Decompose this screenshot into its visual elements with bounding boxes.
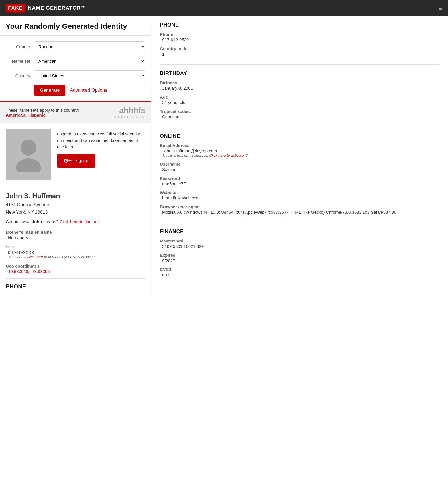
name-meaning-link[interactable]: Click here to find out! [60,219,100,224]
advanced-options-link[interactable]: Advanced Options [70,88,107,93]
ssn-click-here-link[interactable]: click here [27,255,43,259]
signin-description: Logged in users can view full social sec… [57,129,145,150]
identity-name: John S. Huffman [6,192,145,200]
phone-value: 917-612-9539 [160,37,439,42]
nameset-label: Name set [6,59,34,64]
expires-label: Expires [160,253,439,258]
website-value: beautifulkuwait.com [160,195,439,200]
age-group: Age 21 years old [160,95,439,105]
email-group: Email Address JohnSHuffman@dayrep.com Th… [160,143,439,158]
country-code-value: 1 [160,52,439,56]
email-label: Email Address [160,143,439,148]
main-layout: Your Randomly Generated Identity Gender … [0,16,448,298]
ssn-label: SSN [6,244,145,249]
nameset-american-link[interactable]: American [6,113,25,117]
password-group: Password dae6ooke7Z [160,176,439,186]
email-value: JohnSHuffman@dayrep.com [160,148,439,153]
website-label: Website [160,190,439,195]
email-activate-link[interactable]: Click here to activate it! [209,153,247,158]
online-section-title: ONLINE [160,133,439,139]
email-note: This is a real email address. Click here… [160,153,439,158]
svg-point-0 [21,140,36,156]
zodiac-label: Tropical zodiac [160,109,439,114]
birthday-group: Birthday January 8, 2001 [160,80,439,91]
watermark-url: AHHHHFS.COM [114,115,145,119]
ssn-note: You should click here to find out if you… [6,255,145,259]
expires-group: Expires 9/2027 [160,253,439,263]
geo-value: 40.630018, -73.98305 [6,269,145,274]
ssn-value: 067-18-XXXX [6,250,145,255]
section-divider-1 [160,64,439,65]
nameset-hispanic-link[interactable]: Hispanic [28,113,46,117]
logo-text: NAME GENERATOR™ [28,5,86,11]
header: FAKE NAME GENERATOR™ ≡ [0,0,448,16]
gender-row: Gender Random Male Female [6,41,145,52]
birthday-section-title: BIRTHDAY [160,70,439,76]
finance-section-title: FINANCE [160,229,439,235]
avatar [6,129,51,180]
expires-value: 9/2027 [160,258,439,263]
finance-section: FINANCE MasterCard 5107 5301 1662 8329 E… [160,229,439,277]
birthday-value: January 8, 2001 [160,86,439,91]
browser-value: Mozilla/5.0 (Windows NT 10.0; Win64; x64… [160,210,439,215]
age-value: 21 years old [160,100,439,105]
username-label: Username [160,162,439,166]
password-value: dae6ooke7Z [160,181,439,186]
left-phone-section-title: PHONE [6,278,145,290]
generate-button[interactable]: Generate [34,85,65,96]
country-code-label: Country code [160,46,439,51]
phone-section: PHONE Phone 917-612-9539 Country code 1 [160,22,439,56]
country-select[interactable]: United States Canada United Kingdom [34,70,145,81]
mothers-maiden-label: Mother's maiden name [6,230,145,235]
username-value: Saidine [160,167,439,172]
password-label: Password [160,176,439,181]
section-divider-2 [160,127,439,127]
online-section: ONLINE Email Address JohnSHuffman@dayrep… [160,133,439,215]
mothers-maiden-value: Hernandez [6,235,145,240]
address-line1: 4134 Duncan Avenue [6,202,49,207]
browser-label: Browser user agent [160,204,439,209]
zodiac-value: Capricorn [160,114,439,119]
address-line2: New York, NY 10013 [6,210,48,215]
signin-button-label: Sign in [74,158,88,163]
card-group: MasterCard 5107 5301 1662 8329 [160,239,439,249]
hamburger-menu-icon[interactable]: ≡ [439,5,442,11]
cvc-group: CVC2 093 [160,267,439,277]
logo-area: FAKE NAME GENERATOR™ [6,4,86,12]
watermark-image-text: ahhhfs [114,106,145,115]
gender-label: Gender [6,44,34,49]
country-label: Country [6,73,34,78]
name-sets-banner: These name sets apply to this country: A… [0,102,151,123]
page-title: Your Randomly Generated Identity [0,16,151,36]
signin-content: Logged in users can view full social sec… [57,129,145,180]
nameset-select[interactable]: American Hispanic European [34,56,145,66]
logo-fake-label: FAKE [6,4,25,12]
avatar-silhouette-icon [14,138,43,172]
svg-point-1 [16,158,41,172]
form-buttons: Generate Advanced Options [6,85,145,96]
watermark-area: ahhhfs AHHHHFS.COM [114,106,145,119]
signin-section: Logged in users can view full social sec… [0,123,151,186]
ssn-group: SSN 067-18-XXXX You should click here to… [6,244,145,259]
website-group: Website beautifulkuwait.com [160,190,439,200]
geo-label: Geo coordinates [6,264,145,268]
zodiac-group: Tropical zodiac Capricorn [160,109,439,119]
nameset-row: Name set American Hispanic European [6,56,145,66]
birthday-section: BIRTHDAY Birthday January 8, 2001 Age 21… [160,70,439,119]
mothers-maiden-group: Mother's maiden name Hernandez [6,230,145,240]
country-row: Country United States Canada United King… [6,70,145,81]
name-meaning-text: Curious what John means? Click here to f… [6,219,145,224]
name-sets-text-area: These name sets apply to this country: A… [6,108,79,117]
identity-info: John S. Huffman 4134 Duncan Avenue New Y… [0,186,151,298]
gender-select[interactable]: Random Male Female [34,41,145,52]
cvc-label: CVC2 [160,267,439,272]
card-value: 5107 5301 1662 8329 [160,244,439,249]
name-sets-links: American, Hispanic [6,113,45,117]
section-divider-3 [160,223,439,223]
google-signin-button[interactable]: G+ Sign in [57,154,95,168]
browser-group: Browser user agent Mozilla/5.0 (Windows … [160,204,439,215]
right-panel: PHONE Phone 917-612-9539 Country code 1 … [151,16,448,298]
username-group: Username Saidine [160,162,439,172]
left-panel: Your Randomly Generated Identity Gender … [0,16,151,298]
phone-group: Phone 917-612-9539 [160,32,439,42]
